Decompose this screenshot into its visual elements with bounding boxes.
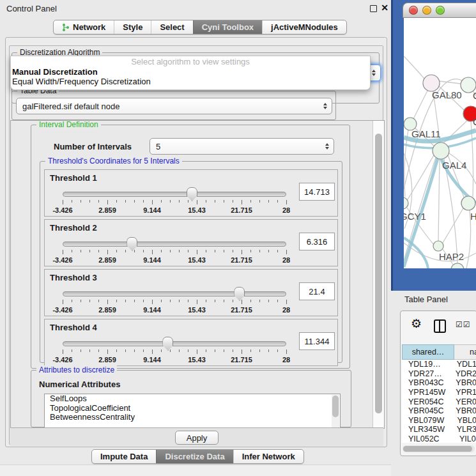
zoom-button[interactable] [436, 6, 445, 15]
slider-track[interactable] [63, 242, 286, 247]
attributes-list-scrollbar[interactable] [332, 395, 339, 428]
tab-impute-data[interactable]: Impute Data [92, 450, 156, 463]
slider-tick-labels: -3.4262.8599.14415.4321.71528 [63, 306, 286, 314]
table-row[interactable]: YBR043CYBR0 [402, 378, 476, 388]
popup-item-equal-width-frequency[interactable]: Equal Width/Frequency Discretization [11, 77, 370, 86]
attribute-list-item[interactable]: BetweennessCentrality [45, 413, 340, 422]
slider-track[interactable] [63, 341, 286, 346]
tab-discretize-data[interactable]: Discretize Data [156, 450, 233, 463]
column-header-shared-name[interactable]: shared… [402, 344, 454, 360]
minimize-button[interactable] [422, 6, 431, 15]
tick-mark [116, 300, 117, 302]
close-button[interactable] [409, 6, 418, 15]
network-edge[interactable] [440, 81, 461, 84]
float-panel-icon[interactable] [370, 5, 377, 12]
tick-mark [206, 250, 206, 252]
network-window-titlebar[interactable] [403, 3, 476, 18]
tick-mark [107, 349, 108, 354]
table-hscrollbar-thumb[interactable] [403, 446, 472, 452]
slider-thumb[interactable] [162, 337, 173, 351]
threshold-slider[interactable]: -3.4262.8599.14415.4321.71528 [63, 192, 286, 211]
tick-mark [286, 250, 287, 254]
threshold-value-field[interactable]: 6.316 [299, 233, 335, 250]
table-horizontal-scrollbar[interactable] [403, 445, 475, 452]
close-panel-icon[interactable]: ✕ [381, 3, 388, 13]
table-row[interactable]: YER054CYER0 [402, 397, 476, 406]
tick-label: 9.144 [143, 306, 161, 314]
threshold-slider[interactable]: -3.4262.8599.14415.4321.71528 [63, 341, 286, 360]
tick-mark [179, 349, 180, 352]
settings-viewport: Interval Definition Number of Intervals … [11, 121, 373, 428]
interval-definition-label: Interval Definition [36, 121, 101, 129]
tick-mark [197, 250, 197, 254]
network-edge[interactable] [438, 159, 440, 241]
network-node-hap2[interactable] [433, 241, 443, 251]
table-row[interactable]: YIL052CYIL0 [402, 434, 476, 443]
network-node-label: HA [470, 211, 476, 222]
tick-mark [179, 250, 180, 252]
table-row[interactable]: YBR045CYBR0 [402, 406, 476, 416]
network-node-ha[interactable] [461, 196, 475, 210]
attributes-scrollbar-thumb[interactable] [332, 395, 339, 417]
tick-label: 21.715 [231, 256, 252, 264]
numerical-attributes-list[interactable]: SelfLoopsTopologicalCoefficientBetweenne… [44, 394, 341, 428]
network-edge[interactable] [404, 158, 436, 261]
slider-thumb[interactable] [187, 187, 197, 201]
tab-select[interactable]: Select [151, 20, 192, 34]
cell-shared-name: YDL19… [402, 360, 450, 369]
network-node-label: GAL [473, 90, 476, 101]
table-row[interactable]: YDR27…YDR2 [402, 369, 476, 379]
tab-label: jActiveMNodules [271, 20, 338, 34]
table-row[interactable]: YBL079WYBL0 [402, 416, 476, 426]
tick-mark [98, 349, 99, 352]
tab-cyni-toolbox[interactable]: Cyni Toolbox [193, 20, 262, 34]
tick-mark [250, 300, 251, 302]
combobox-stepper-icon [372, 70, 376, 76]
network-node-gal4[interactable] [433, 142, 449, 159]
tab-network[interactable]: Network [54, 20, 114, 34]
table-data-combobox[interactable]: galFiltered.sif default node [16, 98, 332, 114]
attribute-list-item[interactable]: TopologicalCoefficient [45, 404, 340, 413]
slider-track[interactable] [63, 192, 286, 197]
checkbox-columns-icon[interactable]: ☑☑ [456, 320, 471, 329]
column-layout-icon[interactable] [434, 319, 446, 333]
tick-mark [268, 250, 269, 252]
slider-track[interactable] [63, 291, 286, 296]
table-row[interactable]: YPR145WYPR1 [402, 388, 476, 397]
gear-icon[interactable]: ⚙ [411, 316, 422, 331]
tab-infer-network[interactable]: Infer Network [233, 450, 303, 463]
threshold-value-field[interactable]: 14.713 [299, 183, 335, 201]
tab-jactivemnodules[interactable]: jActiveMNodules [262, 20, 346, 34]
threshold-value-field[interactable]: 21.4 [299, 282, 335, 300]
tick-label: 2.859 [98, 306, 116, 314]
network-node-label: GAL80 [432, 89, 462, 100]
number-of-intervals-label: Number of Intervals [54, 142, 132, 151]
table-row[interactable]: YDL19…YDL1 [402, 360, 476, 369]
panel-scrollbar-thumb[interactable] [375, 134, 382, 413]
tick-mark [161, 250, 162, 252]
popup-item-manual-discretization[interactable]: Manual Discretization [11, 67, 370, 77]
tick-mark [152, 200, 153, 204]
network-view-canvas[interactable]: GAL80GALCGAL11GAL4GCY1HAHAP2 [404, 18, 476, 268]
apply-button[interactable]: Apply [175, 431, 219, 445]
attribute-list-item[interactable]: SelfLoops [45, 394, 340, 404]
slider-thumb[interactable] [234, 287, 245, 301]
tick-mark [206, 200, 206, 203]
tick-label: 28 [282, 256, 290, 264]
column-header-name[interactable]: na [454, 344, 476, 360]
tick-mark [259, 200, 260, 203]
threshold-slider[interactable]: -3.4262.8599.14415.4321.71528 [63, 242, 286, 261]
tick-mark [206, 349, 206, 352]
cell-shared-name: YPR145W [402, 388, 449, 397]
panel-vertical-scrollbar[interactable] [372, 121, 384, 428]
tick-mark [179, 200, 180, 203]
network-edge[interactable] [404, 56, 425, 79]
slider-thumb[interactable] [127, 237, 137, 251]
table-row[interactable]: YLR345WYLR3 [402, 425, 476, 434]
threshold-slider[interactable]: -3.4262.8599.14415.4321.71528 [63, 291, 286, 311]
threshold-value-field[interactable]: 11.344 [299, 332, 335, 350]
tick-mark [250, 349, 251, 352]
tick-label: 2.859 [98, 256, 116, 264]
number-of-intervals-combobox[interactable]: 5 [150, 138, 334, 155]
tab-style[interactable]: Style [114, 20, 151, 34]
